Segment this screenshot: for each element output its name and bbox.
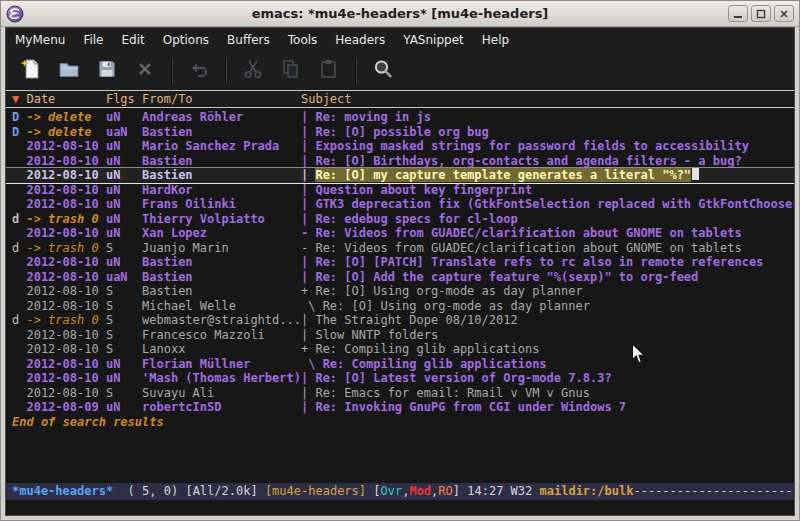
message-row[interactable]: 2012-08-10 uN Xan Lopez - Re: Videos fro… <box>6 226 794 241</box>
message-mark <box>12 284 26 299</box>
message-row[interactable]: 2012-08-09 uN robertcInSD | Re: Invoking… <box>6 400 794 415</box>
cut-button[interactable] <box>237 55 269 87</box>
paste-button[interactable] <box>313 55 345 87</box>
new-file-icon <box>19 57 43 84</box>
message-row[interactable]: 2012-08-10 uaN Bastien | Re: [O] Add the… <box>6 270 794 285</box>
message-row[interactable]: 2012-08-10 S Suvayu Ali | Re: Emacs for … <box>6 386 794 401</box>
message-row[interactable]: 2012-08-10 uN Bastien | Re: [O] [PATCH] … <box>6 255 794 270</box>
open-file-button[interactable] <box>53 55 85 87</box>
text-cursor <box>692 168 699 180</box>
message-row[interactable]: d -> trash 0 uN Thierry Volpiatto | Re: … <box>6 212 794 227</box>
message-mark: D <box>12 125 26 140</box>
message-flags: S <box>106 313 142 328</box>
paste-icon <box>317 57 341 84</box>
mode-line: *mu4e-headers* ( 5, 0) [All/2.0k] [mu4e-… <box>6 483 794 500</box>
menu-item-edit[interactable]: Edit <box>113 30 154 50</box>
message-from: Bastien <box>142 284 301 299</box>
modeline-segment-plain: [All/2.0k] <box>185 484 264 498</box>
menu-item-mymenu[interactable]: MyMenu <box>6 30 74 50</box>
close-icon <box>779 9 789 19</box>
message-subject: - Re: Videos from GUADEC/clarification a… <box>301 241 794 256</box>
message-flags: uN <box>106 371 142 386</box>
message-row[interactable]: 2012-08-10 uN Bastien | Re: [O] my captu… <box>6 168 794 183</box>
save-buffer-button[interactable] <box>91 55 123 87</box>
message-subject: | Re: Emacs for email: Rmail v VM v Gnus <box>301 386 794 401</box>
close-button[interactable] <box>774 5 794 22</box>
message-row[interactable]: D -> delete uaN Bastien | Re: [O] possib… <box>6 125 794 140</box>
message-row[interactable]: d -> trash 0 S webmaster@straightd... | … <box>6 313 794 328</box>
message-from: Michael Welle <box>142 299 301 314</box>
save-buffer-icon <box>95 57 119 84</box>
title-bar: emacs: *mu4e-headers* [mu4e-headers] <box>1 1 799 27</box>
column-header-flags[interactable]: Flgs <box>106 91 142 107</box>
menu-item-options[interactable]: Options <box>154 30 218 50</box>
modeline-segment-plain: ] <box>453 484 467 498</box>
message-date: 2012-08-10 <box>26 357 105 372</box>
message-from: Xan Lopez <box>142 226 301 241</box>
message-row[interactable]: 2012-08-10 uN Frans Oilinki | GTK3 depre… <box>6 197 794 212</box>
emacs-frame: MyMenuFileEditOptionsBuffersToolsHeaders… <box>5 27 795 516</box>
copy-button[interactable] <box>275 55 307 87</box>
message-mark <box>12 183 26 198</box>
message-row[interactable]: D -> delete uN Andreas Röhler | Re: movi… <box>6 110 794 125</box>
menu-item-headers[interactable]: Headers <box>326 30 394 50</box>
message-from: 'Mash (Thomas Herbert) <box>142 371 301 386</box>
message-subject: - Re: Videos from GUADEC/clarification a… <box>301 226 794 241</box>
message-flags: uN <box>106 400 142 415</box>
message-row[interactable]: 2012-08-10 S Lanoxx + Re: Compiling glib… <box>6 342 794 357</box>
message-flags: S <box>106 342 142 357</box>
column-header-from[interactable]: From/To <box>142 91 301 107</box>
message-subject: \ Re: Compiling glib applications <box>301 357 794 372</box>
toolbar-separator <box>225 58 227 84</box>
message-date: 2012-08-10 <box>26 284 105 299</box>
echo-area <box>6 500 794 515</box>
toolbar-separator <box>355 58 357 84</box>
new-file-button[interactable] <box>15 55 47 87</box>
message-subject: | Re: Invoking GnuPG from CGI under Wind… <box>301 400 794 415</box>
message-date: 2012-08-10 <box>26 386 105 401</box>
minimize-button[interactable] <box>728 5 748 22</box>
search-button[interactable] <box>367 55 399 87</box>
message-from: HardKor <box>142 183 301 198</box>
modeline-segment-cyan: Ovr <box>381 484 403 498</box>
message-row[interactable]: 2012-08-10 uN Mario Sanchez Prada | Expo… <box>6 139 794 154</box>
message-subject: \ Re: [O] Using org-mode as day planner <box>301 299 794 314</box>
message-row[interactable]: 2012-08-10 S Michael Welle \ Re: [O] Usi… <box>6 299 794 314</box>
message-from: Bastien <box>142 270 301 285</box>
message-mark: d <box>12 212 26 227</box>
column-header-date[interactable]: Date <box>26 91 105 107</box>
message-subject: | Re: [O] Latest version of Org-mode 7.8… <box>301 371 794 386</box>
message-flags: uN <box>106 168 142 183</box>
kill-buffer-button[interactable] <box>129 55 161 87</box>
message-flags: uN <box>106 183 142 198</box>
message-row[interactable]: 2012-08-10 S Bastien + Re: [O] Using org… <box>6 284 794 299</box>
message-row[interactable]: 2012-08-10 uN Bastien | Re: [O] Birthday… <box>6 154 794 169</box>
message-from: Bastien <box>142 154 301 169</box>
menu-item-buffers[interactable]: Buffers <box>218 30 279 50</box>
menu-item-yasnippet[interactable]: YASnippet <box>394 30 473 50</box>
menu-item-help[interactable]: Help <box>473 30 518 50</box>
undo-button[interactable] <box>183 55 215 87</box>
message-flags: S <box>106 386 142 401</box>
message-from: Frans Oilinki <box>142 197 301 212</box>
message-row[interactable]: 2012-08-10 uN HardKor | Question about k… <box>6 183 794 198</box>
message-row[interactable]: 2012-08-10 uN 'Mash (Thomas Herbert) | R… <box>6 371 794 386</box>
message-flags: uN <box>106 110 142 125</box>
menu-item-tools[interactable]: Tools <box>279 30 327 50</box>
end-of-results-text: End of search results <box>6 415 794 430</box>
maximize-button[interactable] <box>751 5 771 22</box>
message-row[interactable]: 2012-08-10 uN Florian Müllner \ Re: Comp… <box>6 357 794 372</box>
cut-icon <box>241 57 265 84</box>
message-date: -> trash 0 <box>26 241 105 256</box>
message-flags: S <box>106 284 142 299</box>
message-subject: | The Straight Dope 08/10/2012 <box>301 313 794 328</box>
message-date: 2012-08-10 <box>26 328 105 343</box>
message-subject: | Re: [O] possible org bug <box>301 125 794 140</box>
message-row[interactable]: 2012-08-10 S Francesco Mazzoli | Slow NN… <box>6 328 794 343</box>
column-header-subject[interactable]: Subject <box>301 91 352 107</box>
message-row[interactable]: d -> trash 0 S Juanjo Marin - Re: Videos… <box>6 241 794 256</box>
message-from: Lanoxx <box>142 342 301 357</box>
menu-item-file[interactable]: File <box>74 30 112 50</box>
toolbar <box>6 51 794 91</box>
message-subject: + Re: Compiling glib applications <box>301 342 794 357</box>
